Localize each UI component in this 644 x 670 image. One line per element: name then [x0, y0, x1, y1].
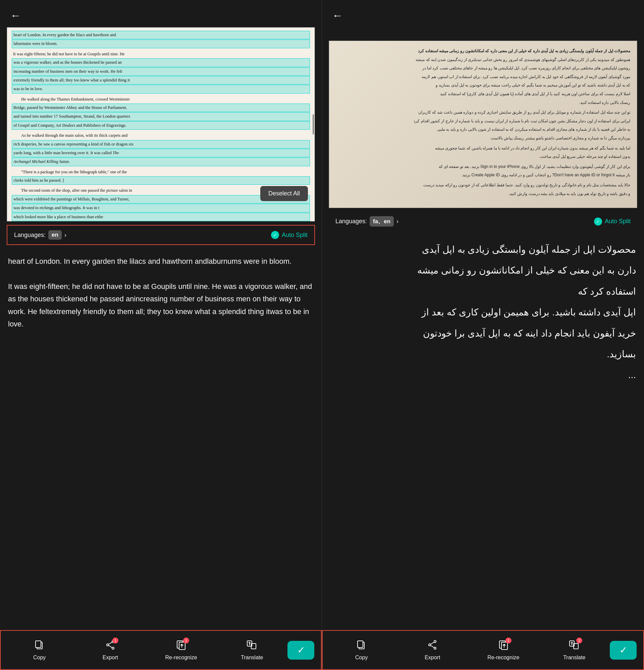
- svg-point-4: [112, 647, 114, 649]
- export-label-right: Export: [425, 655, 440, 661]
- auto-split-label-right: Auto Split: [605, 218, 631, 225]
- left-copy-button[interactable]: Copy: [4, 636, 75, 664]
- right-panel: ← محصولات اپل از جمله آیلون وابستگی زیاد…: [322, 0, 644, 670]
- right-back-button[interactable]: ←: [332, 9, 343, 22]
- export-badge-left: 1: [113, 638, 118, 644]
- right-lang-badge[interactable]: fa、en: [370, 216, 394, 227]
- copy-icon-right: [356, 640, 367, 653]
- translate-badge-right: 2: [576, 638, 582, 644]
- left-bottom-toolbar: Copy 1 Export: [0, 630, 322, 670]
- right-bottom-toolbar: Copy Export: [322, 630, 644, 670]
- right-recognized-text: محصولات اپل از جمله آیلون وابستگی زیادی …: [322, 234, 644, 630]
- left-lang-badge[interactable]: en: [48, 230, 62, 240]
- right-document-image: محصولات اپل از جمله آیلون وابستگی زیادی …: [329, 41, 637, 208]
- copy-label-left: Copy: [33, 655, 45, 661]
- right-copy-button[interactable]: Copy: [326, 636, 397, 664]
- right-header: ←: [322, 0, 644, 27]
- deselect-all-menu[interactable]: Deselect All: [260, 186, 308, 201]
- languages-label-left: Languages:: [14, 232, 45, 239]
- rtl-line-2: دارن به این معنی که خیلی از امکاناتشون ر…: [330, 262, 636, 279]
- confirm-checkmark-right: ✓: [619, 644, 627, 656]
- left-document-image: heart of London. In every garden the lil…: [7, 27, 315, 221]
- right-confirm-button[interactable]: ✓: [610, 641, 636, 660]
- svg-line-20: [431, 645, 434, 647]
- svg-point-18: [434, 647, 436, 649]
- rerecognize-badge-right: 1: [505, 638, 512, 644]
- rerecognize-icon-right: 1: [498, 640, 509, 653]
- left-confirm-button[interactable]: ✓: [287, 641, 314, 660]
- scroll-indicator: [313, 114, 314, 134]
- left-languages-left: Languages: en ›: [14, 230, 66, 240]
- auto-split-check-left: ✓: [271, 231, 279, 239]
- left-back-button[interactable]: ←: [10, 9, 21, 22]
- rerecognize-icon-left: 1: [176, 640, 186, 653]
- confirm-checkmark-left: ✓: [297, 644, 305, 656]
- svg-line-6: [109, 645, 112, 647]
- translate-icon-right: 2: [569, 640, 580, 653]
- translate-icon-left: [247, 640, 257, 653]
- export-label-left: Export: [103, 655, 118, 661]
- copy-icon-left: [34, 640, 45, 653]
- right-auto-split[interactable]: ✓ Auto Split: [594, 217, 631, 226]
- right-document-image-area: محصولات اپل از جمله آیلون وابستگی زیادی …: [329, 41, 637, 208]
- export-icon-left: 1: [105, 640, 116, 653]
- svg-point-17: [434, 641, 436, 643]
- right-languages-bar: Languages: fa、en › ✓ Auto Split: [329, 212, 637, 231]
- left-document-image-area: heart of London. In every garden the lil…: [7, 27, 315, 222]
- auto-split-check-right: ✓: [594, 217, 602, 226]
- left-translate-button[interactable]: Translate: [217, 636, 287, 664]
- left-auto-split[interactable]: ✓ Auto Split: [271, 231, 307, 239]
- recognized-text-content-left: heart of London. In every garden the lil…: [8, 257, 312, 328]
- left-export-button[interactable]: 1 Export: [75, 636, 146, 664]
- right-lang-arrow[interactable]: ›: [396, 218, 398, 225]
- right-translate-button[interactable]: 2 Translate: [539, 636, 610, 664]
- translate-label-left: Translate: [241, 655, 263, 661]
- rtl-line-7: ...: [330, 367, 636, 384]
- svg-line-19: [431, 642, 434, 644]
- rtl-line-3: استفاده کرد که: [330, 283, 636, 300]
- svg-rect-1: [36, 641, 41, 647]
- rtl-line-4: اپل آیدی داشته باشید. برای همیمن اولین ک…: [330, 304, 636, 321]
- left-header: ←: [0, 0, 322, 27]
- rerecognize-label-right: Re-recognize: [487, 655, 519, 661]
- right-languages-left: Languages: fa、en ›: [336, 216, 398, 227]
- right-rerecognize-button[interactable]: 1 Re-recognize: [468, 636, 539, 664]
- svg-line-5: [109, 642, 112, 644]
- languages-label-right: Languages:: [336, 218, 367, 225]
- right-export-button[interactable]: Export: [397, 636, 468, 664]
- left-recognized-text: heart of London. In every garden the lil…: [0, 249, 322, 630]
- left-panel: ← heart of London. In every garden the l…: [0, 0, 322, 670]
- svg-rect-15: [357, 641, 363, 647]
- left-languages-bar: Languages: en › ✓ Auto Split: [7, 225, 315, 245]
- rtl-line-6: بسازید.: [330, 346, 636, 363]
- auto-split-label-left: Auto Split: [282, 232, 307, 239]
- svg-point-16: [429, 644, 431, 646]
- rtl-line-5: خرید آیفون باید انجام داد اینه که به اپل…: [330, 325, 636, 342]
- export-icon-right: [427, 640, 438, 653]
- left-rerecognize-button[interactable]: 1 Re-recognize: [146, 636, 217, 664]
- copy-label-right: Copy: [355, 655, 368, 661]
- svg-point-2: [107, 644, 109, 646]
- rerecognize-badge-left: 1: [183, 638, 189, 644]
- rerecognize-label-left: Re-recognize: [165, 655, 197, 661]
- rtl-line-1: محصولات اپل از جمله آیلون وابستگی زیادی …: [330, 241, 636, 258]
- left-lang-arrow[interactable]: ›: [64, 232, 66, 239]
- translate-label-right: Translate: [563, 655, 585, 661]
